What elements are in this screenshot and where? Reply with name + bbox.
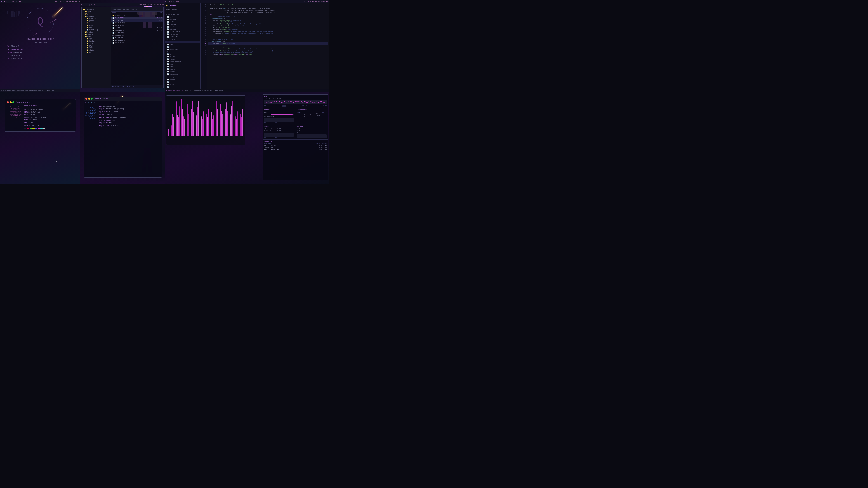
ce-ft-outputs[interactable]: ▸ outputs xyxy=(164,11,200,13)
fm-tree-wsl[interactable]: 📁wsl xyxy=(82,26,111,29)
fm-file-readmeorg[interactable]: 📄README.org 14.0 K xyxy=(111,29,163,32)
fm-file-harden[interactable]: 📄harden.sh xyxy=(111,37,163,39)
ce-ft-defaultroamdir[interactable]: 📄 defaultRoamDir xyxy=(164,60,200,63)
ce-ft-theme[interactable]: theme xyxy=(164,51,200,53)
sm-disk-net-row: Disks /dev/sda-0 / 504GB 0 /nix/store 30… xyxy=(263,125,328,140)
term-max-dot[interactable] xyxy=(91,98,93,100)
fm-tree-readme[interactable]: 📄README.org xyxy=(82,29,111,31)
ce-ft-dotfilesdir2[interactable]: 📄 dotfilesDir xyxy=(164,48,200,51)
ce-ft-systemsettings[interactable]: ▾ systemSettings xyxy=(164,13,200,15)
fm-tree-app[interactable]: 📁app xyxy=(82,38,111,40)
fm-tree-shell[interactable]: 📁shell xyxy=(82,47,111,49)
ce-ft-fontpkg[interactable]: 📄 fontPkg xyxy=(164,68,200,70)
fm-file-flakenix[interactable]: 📄flake.nix 2.26 K xyxy=(111,19,163,22)
vis-bar-0 xyxy=(168,129,169,136)
sysmon-window: ⊞ Tech | 100% Sat 2024-03-09 05:06:00 PM… xyxy=(165,92,329,184)
vis-bar-35 xyxy=(212,119,213,136)
fm-tree-homelab[interactable]: 📁home lab xyxy=(82,18,111,20)
fm-tree-git[interactable]: 📁.git xyxy=(82,11,111,13)
ce-ft-usersettings[interactable]: ▾ ▼ userSettings xyxy=(164,38,200,41)
fm-tree-user[interactable]: 📁user xyxy=(82,35,111,38)
fm-file-license[interactable]: 📄LICENSE 34.2 K xyxy=(111,27,163,29)
topbar-tag: Tech xyxy=(3,1,7,2)
ce-ft-np-editor[interactable]: 📄 editor xyxy=(164,83,200,86)
fm-file-installsh2[interactable]: 📄install.sh xyxy=(111,41,163,44)
fm-file-installsh[interactable]: 📄install.sh xyxy=(111,24,163,27)
fm-tree-personal[interactable]: 📁personal xyxy=(82,20,111,22)
fm-tree: 📁.dotfiles 📁.git 📁patches 📁profiles 📁hom… xyxy=(82,7,111,88)
ce-ft-bootmountpath[interactable]: 📄 bootMountPath xyxy=(164,31,200,33)
fm-tree-style[interactable]: 📁style xyxy=(82,49,111,51)
ce-ft-spawneditor[interactable]: 📄 spawnEditor xyxy=(164,73,200,75)
ce-ft-email[interactable]: 📄 email xyxy=(164,46,200,48)
sm-disk-axis: 0% 0% xyxy=(264,137,294,138)
sm-procs-title: Processes xyxy=(264,140,327,142)
ce-ft-np-system[interactable]: 📄 system xyxy=(164,78,200,80)
fm-statusbar: 4.03M sum, 131k free 0/13 All xyxy=(111,85,163,88)
qb-menu-item-search[interactable]: [o] [Search] xyxy=(7,45,23,48)
ce-ft-profile[interactable]: 📄 profile xyxy=(164,21,200,23)
fm-tree-patches[interactable]: 📁patches xyxy=(82,13,111,15)
ce-logo: ⊞ xyxy=(165,1,166,2)
vis-bar-11 xyxy=(182,109,183,136)
sm-procs-list: 2920 Hyprland 0.3% 0.4% 559631 emacs 0.2… xyxy=(264,145,327,150)
ce-ft-grubdevice[interactable]: 📄 grubDevice xyxy=(164,33,200,35)
sm-ram-fill xyxy=(271,113,293,115)
vis-bar-2 xyxy=(170,125,172,136)
ce-ft-locale[interactable]: 📄 locale xyxy=(164,26,200,28)
qb-menu-item-history[interactable]: [$ h] [History] xyxy=(7,51,23,54)
fm-file-installog2[interactable]: 📄install.org xyxy=(111,39,163,41)
vis-bar-13 xyxy=(184,119,185,136)
ce-status-file: ● .dotfiles/flake.nix xyxy=(166,90,183,92)
ce-ft-wmtype[interactable]: 📄 wmType xyxy=(164,55,200,58)
fm-tree-work[interactable]: 📁work xyxy=(82,22,111,24)
ce-ft-np-src[interactable]: 📄 src xyxy=(164,86,200,88)
ce-ft-timezone[interactable]: 📄 timezone xyxy=(164,23,200,26)
close-dot[interactable] xyxy=(7,101,9,103)
fm-tree-root[interactable]: 📁.dotfiles xyxy=(82,8,111,11)
ce-ft-term[interactable]: 📄 term xyxy=(164,63,200,65)
fm-file-list: /home/emmet/.dotfiles/flake.nix Name Siz… xyxy=(111,7,163,88)
fm-tree-themes[interactable]: 📁themes xyxy=(82,33,111,35)
ce-ft-description[interactable]: ▸ description xyxy=(164,8,200,11)
ce-ft-hostname[interactable]: 📄 hostname xyxy=(164,18,200,21)
qb-menu-item-quickmarks[interactable]: [b] [Quickmarks] xyxy=(7,48,23,51)
fm-file-temp[interactable]: 📁Temp-Settings xyxy=(111,14,163,17)
sm-procs-section: Processes PIDNameCPU(%)MEM(%) 2920 Hyprl… xyxy=(263,140,328,151)
ce-ft-name[interactable]: 📄 name xyxy=(164,43,200,46)
fm-file-installorg[interactable]: 📄install.org xyxy=(111,22,163,24)
ce-ft-bootmode[interactable]: 📄 bootMode xyxy=(164,28,200,31)
max-dot[interactable] xyxy=(12,101,14,103)
qb-menu-item-newtab[interactable]: [t] [New tab] xyxy=(7,54,23,57)
fm-topbar: ⊞ Tech | 100% Sat 2024-03-09 05:06:00 PM xyxy=(81,3,164,6)
ce-ft-font[interactable]: 📄 font xyxy=(164,65,200,68)
fm-file-deskpng[interactable]: 🖼desktop.png xyxy=(111,34,163,37)
fm-tree-system[interactable]: 📁system xyxy=(82,31,111,33)
qb-menu-item-closetab[interactable]: [x] [Close tab] xyxy=(7,57,23,60)
ce-ft-nixpkgs-patched[interactable]: ▾ ▼ nixpkgs-patched xyxy=(164,76,200,78)
term-close-dot[interactable] xyxy=(86,98,87,100)
sm-temps-section: Temperatures DeviceTemp(°) card0 (amdgpu… xyxy=(296,108,328,125)
fm-tree-hardware[interactable]: 📁hardware xyxy=(82,40,111,42)
ce-ft-wm[interactable]: 📄 wm xyxy=(164,53,200,55)
fm-tree-lang[interactable]: 📁lang xyxy=(82,42,111,44)
ce-code-content: description = "Flake of LibrePhoenix"; o… xyxy=(207,3,329,92)
fm-tree-pkgs[interactable]: 📁pkgs xyxy=(82,44,111,47)
ce-ft-system[interactable]: 📄 system xyxy=(164,15,200,18)
fm-tree-profiles[interactable]: 📁profiles xyxy=(82,15,111,18)
term-min-dot[interactable] xyxy=(88,98,90,100)
min-dot[interactable] xyxy=(10,101,11,103)
ce-ft-username[interactable]: username xyxy=(164,41,200,43)
ce-ft-browser[interactable]: 📄 browser xyxy=(164,58,200,60)
fm-file-readmeorg2[interactable]: 📄README.org xyxy=(111,32,163,34)
ce-ft-np-name[interactable]: 📄 name xyxy=(164,80,200,83)
vis-bar-5 xyxy=(175,109,176,136)
sm-temps-header: DeviceTemp(°) xyxy=(297,111,327,113)
neofetch-window: ⊞ Tech | 100% Sat 2024-03-09 05:06:00 PM… xyxy=(0,92,81,184)
fm-tree-worklab[interactable]: 📁worklab xyxy=(82,24,111,26)
fm-tree-wm[interactable]: 📁wm xyxy=(82,51,111,54)
ce-ft-dotfilesdir[interactable]: 📄 dotfilesDir xyxy=(164,35,200,38)
ce-ft-editor[interactable]: 📄 editor xyxy=(164,70,200,73)
swatch-6 xyxy=(38,128,40,129)
fm-file-flakelock[interactable]: 📄flake.lock 27.5 K xyxy=(111,17,163,19)
